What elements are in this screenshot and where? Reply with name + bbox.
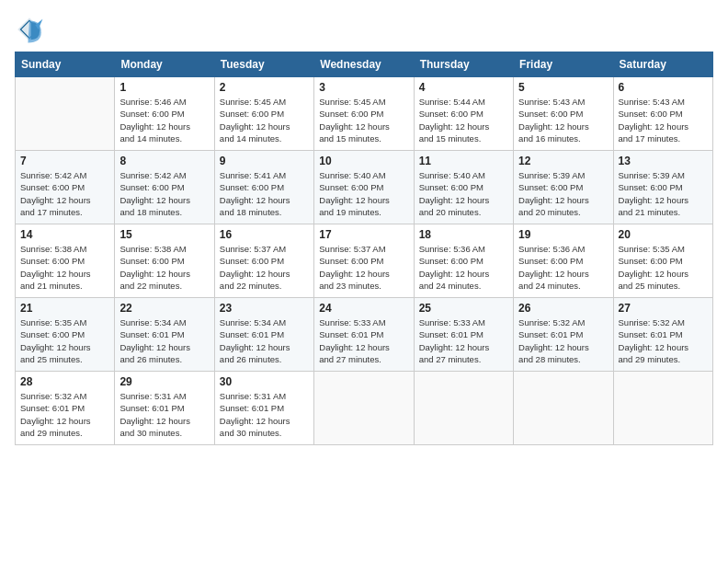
day-info: Sunrise: 5:41 AM Sunset: 6:00 PM Dayligh… — [220, 169, 309, 218]
day-info: Sunrise: 5:36 AM Sunset: 6:00 PM Dayligh… — [419, 243, 508, 292]
day-number: 6 — [619, 81, 708, 94]
calendar-header: SundayMondayTuesdayWednesdayThursdayFrid… — [16, 52, 713, 77]
calendar-cell: 10Sunrise: 5:40 AM Sunset: 6:00 PM Dayli… — [314, 151, 414, 224]
day-info: Sunrise: 5:39 AM Sunset: 6:00 PM Dayligh… — [518, 169, 608, 218]
day-info: Sunrise: 5:34 AM Sunset: 6:01 PM Dayligh… — [119, 316, 209, 365]
calendar-cell — [314, 372, 414, 445]
day-info: Sunrise: 5:35 AM Sunset: 6:00 PM Dayligh… — [619, 243, 708, 292]
day-number: 18 — [419, 228, 508, 241]
day-number: 22 — [119, 302, 209, 315]
calendar-cell: 27Sunrise: 5:32 AM Sunset: 6:01 PM Dayli… — [613, 298, 712, 372]
calendar-cell: 19Sunrise: 5:36 AM Sunset: 6:00 PM Dayli… — [514, 224, 613, 298]
day-info: Sunrise: 5:34 AM Sunset: 6:01 PM Dayligh… — [220, 316, 309, 365]
day-info: Sunrise: 5:36 AM Sunset: 6:00 PM Dayligh… — [518, 243, 608, 292]
day-info: Sunrise: 5:33 AM Sunset: 6:01 PM Dayligh… — [419, 316, 508, 365]
header-day: Wednesday — [314, 52, 414, 77]
calendar-cell: 28Sunrise: 5:32 AM Sunset: 6:01 PM Dayli… — [16, 372, 115, 445]
header-day: Friday — [514, 52, 613, 77]
day-number: 13 — [619, 155, 708, 167]
calendar-week-row: 28Sunrise: 5:32 AM Sunset: 6:01 PM Dayli… — [16, 372, 713, 445]
calendar-cell: 11Sunrise: 5:40 AM Sunset: 6:00 PM Dayli… — [414, 151, 513, 224]
calendar-week-row: 14Sunrise: 5:38 AM Sunset: 6:00 PM Dayli… — [16, 224, 713, 298]
calendar-cell: 23Sunrise: 5:34 AM Sunset: 6:01 PM Dayli… — [214, 298, 313, 372]
header-row: SundayMondayTuesdayWednesdayThursdayFrid… — [16, 52, 713, 77]
day-number: 24 — [319, 302, 408, 315]
page-header — [15, 15, 713, 44]
day-number: 9 — [220, 155, 309, 167]
calendar-cell: 6Sunrise: 5:43 AM Sunset: 6:00 PM Daylig… — [613, 77, 712, 151]
day-number: 16 — [220, 228, 309, 241]
day-number: 3 — [319, 81, 408, 94]
day-number: 20 — [619, 228, 708, 241]
day-info: Sunrise: 5:33 AM Sunset: 6:01 PM Dayligh… — [319, 316, 408, 365]
calendar-cell: 25Sunrise: 5:33 AM Sunset: 6:01 PM Dayli… — [414, 298, 513, 372]
day-number: 11 — [419, 155, 508, 167]
header-day: Tuesday — [214, 52, 313, 77]
day-number: 23 — [220, 302, 309, 315]
day-info: Sunrise: 5:31 AM Sunset: 6:01 PM Dayligh… — [119, 390, 209, 439]
calendar-cell: 4Sunrise: 5:44 AM Sunset: 6:00 PM Daylig… — [414, 77, 513, 151]
day-info: Sunrise: 5:32 AM Sunset: 6:01 PM Dayligh… — [619, 316, 708, 365]
calendar-table: SundayMondayTuesdayWednesdayThursdayFrid… — [15, 52, 713, 445]
day-info: Sunrise: 5:42 AM Sunset: 6:00 PM Dayligh… — [119, 169, 209, 218]
header-day: Monday — [115, 52, 214, 77]
day-info: Sunrise: 5:43 AM Sunset: 6:00 PM Dayligh… — [518, 96, 608, 144]
calendar-cell: 5Sunrise: 5:43 AM Sunset: 6:00 PM Daylig… — [514, 77, 613, 151]
day-info: Sunrise: 5:45 AM Sunset: 6:00 PM Dayligh… — [319, 96, 408, 144]
day-number: 29 — [119, 375, 209, 388]
day-info: Sunrise: 5:45 AM Sunset: 6:00 PM Dayligh… — [220, 96, 309, 144]
day-number: 26 — [518, 302, 608, 315]
day-info: Sunrise: 5:32 AM Sunset: 6:01 PM Dayligh… — [20, 390, 109, 439]
day-info: Sunrise: 5:32 AM Sunset: 6:01 PM Dayligh… — [518, 316, 608, 365]
day-info: Sunrise: 5:40 AM Sunset: 6:00 PM Dayligh… — [319, 169, 408, 218]
day-info: Sunrise: 5:35 AM Sunset: 6:00 PM Dayligh… — [20, 316, 109, 365]
calendar-cell: 12Sunrise: 5:39 AM Sunset: 6:00 PM Dayli… — [514, 151, 613, 224]
calendar-cell: 1Sunrise: 5:46 AM Sunset: 6:00 PM Daylig… — [115, 77, 214, 151]
calendar-cell — [613, 372, 712, 445]
day-number: 2 — [220, 81, 309, 94]
day-number: 14 — [20, 228, 109, 241]
calendar-cell: 17Sunrise: 5:37 AM Sunset: 6:00 PM Dayli… — [314, 224, 414, 298]
calendar-cell: 26Sunrise: 5:32 AM Sunset: 6:01 PM Dayli… — [514, 298, 613, 372]
day-info: Sunrise: 5:39 AM Sunset: 6:00 PM Dayligh… — [619, 169, 708, 218]
day-number: 7 — [20, 155, 109, 167]
calendar-cell: 16Sunrise: 5:37 AM Sunset: 6:00 PM Dayli… — [214, 224, 313, 298]
day-number: 27 — [619, 302, 708, 315]
day-number: 30 — [220, 375, 309, 388]
day-info: Sunrise: 5:43 AM Sunset: 6:00 PM Dayligh… — [619, 96, 708, 144]
calendar-cell — [16, 77, 115, 151]
day-info: Sunrise: 5:46 AM Sunset: 6:00 PM Dayligh… — [119, 96, 209, 144]
calendar-cell — [514, 372, 613, 445]
day-info: Sunrise: 5:38 AM Sunset: 6:00 PM Dayligh… — [20, 243, 109, 292]
calendar-cell: 20Sunrise: 5:35 AM Sunset: 6:00 PM Dayli… — [613, 224, 712, 298]
calendar-cell: 13Sunrise: 5:39 AM Sunset: 6:00 PM Dayli… — [613, 151, 712, 224]
day-info: Sunrise: 5:37 AM Sunset: 6:00 PM Dayligh… — [220, 243, 309, 292]
calendar-cell: 30Sunrise: 5:31 AM Sunset: 6:01 PM Dayli… — [214, 372, 313, 445]
day-number: 10 — [319, 155, 408, 167]
day-info: Sunrise: 5:38 AM Sunset: 6:00 PM Dayligh… — [119, 243, 209, 292]
calendar-cell: 15Sunrise: 5:38 AM Sunset: 6:00 PM Dayli… — [115, 224, 214, 298]
calendar-week-row: 7Sunrise: 5:42 AM Sunset: 6:00 PM Daylig… — [16, 151, 713, 224]
logo — [15, 15, 48, 44]
calendar-week-row: 21Sunrise: 5:35 AM Sunset: 6:00 PM Dayli… — [16, 298, 713, 372]
day-number: 1 — [119, 81, 209, 94]
calendar-cell — [414, 372, 513, 445]
day-number: 19 — [518, 228, 608, 241]
calendar-week-row: 1Sunrise: 5:46 AM Sunset: 6:00 PM Daylig… — [16, 77, 713, 151]
calendar-cell: 22Sunrise: 5:34 AM Sunset: 6:01 PM Dayli… — [115, 298, 214, 372]
logo-icon — [15, 15, 44, 44]
day-info: Sunrise: 5:31 AM Sunset: 6:01 PM Dayligh… — [220, 390, 309, 439]
day-number: 4 — [419, 81, 508, 94]
calendar-cell: 21Sunrise: 5:35 AM Sunset: 6:00 PM Dayli… — [16, 298, 115, 372]
day-number: 21 — [20, 302, 109, 315]
calendar-cell: 18Sunrise: 5:36 AM Sunset: 6:00 PM Dayli… — [414, 224, 513, 298]
day-number: 17 — [319, 228, 408, 241]
calendar-cell: 3Sunrise: 5:45 AM Sunset: 6:00 PM Daylig… — [314, 77, 414, 151]
calendar-body: 1Sunrise: 5:46 AM Sunset: 6:00 PM Daylig… — [16, 77, 713, 445]
calendar-cell: 8Sunrise: 5:42 AM Sunset: 6:00 PM Daylig… — [115, 151, 214, 224]
header-day: Thursday — [414, 52, 513, 77]
day-info: Sunrise: 5:37 AM Sunset: 6:00 PM Dayligh… — [319, 243, 408, 292]
calendar-cell: 2Sunrise: 5:45 AM Sunset: 6:00 PM Daylig… — [214, 77, 313, 151]
day-info: Sunrise: 5:40 AM Sunset: 6:00 PM Dayligh… — [419, 169, 508, 218]
day-number: 15 — [119, 228, 209, 241]
